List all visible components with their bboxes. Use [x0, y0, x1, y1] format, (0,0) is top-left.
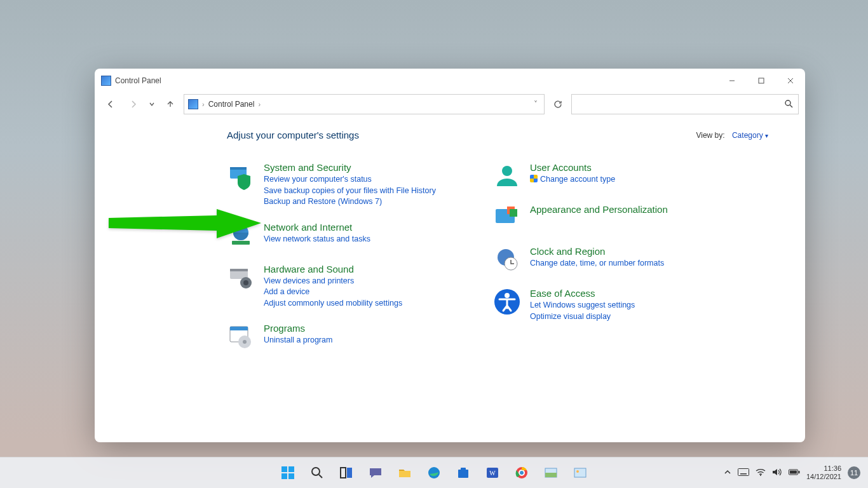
- category-link[interactable]: Backup and Restore (Windows 7): [264, 196, 436, 208]
- svg-rect-0: [759, 78, 764, 83]
- svg-rect-28: [341, 468, 346, 478]
- category-link[interactable]: Adjust commonly used mobility settings: [264, 298, 402, 309]
- svg-rect-42: [738, 468, 749, 475]
- edge-button[interactable]: [423, 461, 445, 484]
- pinned-app-button[interactable]: [569, 461, 592, 484]
- titlebar: Control Panel: [95, 69, 805, 93]
- svg-point-37: [520, 471, 524, 475]
- task-view-button[interactable]: [335, 461, 358, 484]
- notification-count-badge[interactable]: 11: [848, 466, 860, 479]
- view-by-mode: Category: [732, 131, 763, 140]
- system-security-icon: [227, 162, 255, 190]
- category-link[interactable]: Add a device: [264, 287, 402, 298]
- chat-button[interactable]: [364, 461, 387, 484]
- ease-of-access-icon: [493, 288, 521, 316]
- user-accounts-icon: [493, 162, 521, 190]
- svg-rect-29: [347, 468, 352, 478]
- svg-rect-32: [461, 468, 466, 470]
- category-title[interactable]: Programs: [264, 323, 332, 334]
- back-button[interactable]: [101, 95, 120, 114]
- wifi-icon[interactable]: [756, 468, 766, 478]
- search-box[interactable]: [571, 94, 799, 114]
- category-column-right: User Accounts Change account type: [493, 162, 668, 365]
- close-button[interactable]: [776, 69, 805, 93]
- taskbar-search-button[interactable]: [306, 461, 329, 484]
- breadcrumb-separator: ›: [202, 100, 205, 108]
- category-link[interactable]: Uninstall a program: [264, 335, 332, 346]
- refresh-button[interactable]: [548, 95, 567, 114]
- clock-region-icon: [493, 246, 521, 274]
- svg-rect-40: [574, 468, 586, 477]
- svg-point-1: [785, 100, 790, 105]
- recent-locations-button[interactable]: [147, 95, 157, 114]
- category-link[interactable]: Optimize visual display: [530, 311, 635, 323]
- content-pane: Adjust your computer's settings View by:…: [95, 116, 805, 442]
- forward-button[interactable]: [124, 95, 143, 114]
- svg-rect-46: [798, 471, 799, 473]
- category-title[interactable]: Appearance and Personalization: [530, 204, 668, 215]
- category-link[interactable]: View devices and printers: [264, 276, 402, 287]
- svg-point-9: [243, 280, 248, 285]
- category-link[interactable]: View network status and tasks: [264, 234, 370, 245]
- minimize-button[interactable]: [717, 69, 747, 93]
- category-title[interactable]: User Accounts: [530, 162, 615, 173]
- svg-rect-23: [281, 466, 287, 472]
- window-title: Control Panel: [115, 76, 161, 85]
- category-title[interactable]: System and Security: [264, 162, 436, 173]
- breadcrumb-control-panel[interactable]: Control Panel: [208, 100, 255, 109]
- svg-point-14: [502, 166, 512, 176]
- search-icon: [784, 99, 793, 110]
- category-programs[interactable]: Programs Uninstall a program: [227, 323, 436, 351]
- category-hardware-and-sound[interactable]: Hardware and Sound View devices and prin…: [227, 264, 436, 309]
- category-clock-and-region[interactable]: Clock and Region Change date, time, or n…: [493, 246, 668, 274]
- svg-rect-47: [790, 470, 797, 473]
- category-network-and-internet[interactable]: Network and Internet View network status…: [227, 222, 436, 250]
- category-link[interactable]: Review your computer's status: [264, 174, 436, 186]
- search-input[interactable]: [577, 99, 784, 109]
- category-link[interactable]: Change date, time, or number formats: [530, 258, 664, 269]
- programs-icon: [227, 323, 255, 351]
- keyboard-icon[interactable]: [738, 468, 749, 478]
- file-explorer-button[interactable]: [393, 461, 416, 484]
- breadcrumb-separator: ›: [258, 100, 261, 108]
- category-column-left: System and Security Review your computer…: [227, 162, 436, 365]
- battery-icon[interactable]: [789, 468, 800, 478]
- pinned-app-button[interactable]: [539, 461, 562, 484]
- category-ease-of-access[interactable]: Ease of Access Let Windows suggest setti…: [493, 288, 668, 322]
- maximize-button[interactable]: [747, 69, 776, 93]
- svg-point-44: [760, 475, 761, 476]
- category-system-and-security[interactable]: System and Security Review your computer…: [227, 162, 436, 208]
- taskbar-center: W: [276, 461, 592, 484]
- category-user-accounts[interactable]: User Accounts Change account type: [493, 162, 668, 190]
- svg-text:W: W: [489, 470, 496, 477]
- word-button[interactable]: W: [481, 461, 504, 484]
- view-by-selector[interactable]: View by: Category ▾: [696, 131, 768, 140]
- category-title[interactable]: Clock and Region: [530, 246, 664, 257]
- category-link[interactable]: Save backup copies of your files with Fi…: [264, 186, 436, 197]
- address-bar[interactable]: › Control Panel › ˅: [184, 94, 545, 114]
- up-button[interactable]: [161, 95, 180, 114]
- view-by-label: View by:: [696, 131, 724, 140]
- volume-icon[interactable]: [772, 468, 782, 478]
- navigation-row: › Control Panel › ˅: [95, 93, 805, 116]
- svg-rect-17: [510, 209, 517, 217]
- category-link[interactable]: Let Windows suggest settings: [530, 300, 635, 311]
- chrome-button[interactable]: [510, 461, 533, 484]
- network-internet-icon: [227, 222, 255, 250]
- category-title[interactable]: Ease of Access: [530, 288, 635, 299]
- store-button[interactable]: [452, 461, 475, 484]
- svg-point-13: [243, 340, 247, 344]
- svg-rect-31: [458, 470, 468, 478]
- appearance-icon: [493, 204, 521, 232]
- control-panel-icon: [101, 76, 111, 86]
- tray-chevron-icon[interactable]: [724, 468, 731, 478]
- category-appearance-and-personalization[interactable]: Appearance and Personalization: [493, 204, 668, 232]
- svg-rect-5: [232, 241, 250, 245]
- start-button[interactable]: [276, 461, 299, 484]
- category-title[interactable]: Network and Internet: [264, 222, 370, 233]
- uac-shield-icon: [530, 175, 538, 182]
- address-history-button[interactable]: ˅: [531, 100, 540, 109]
- taskbar-clock[interactable]: 11:36 14/12/2021: [806, 464, 841, 481]
- category-link[interactable]: Change account type: [530, 174, 615, 186]
- category-title[interactable]: Hardware and Sound: [264, 264, 402, 274]
